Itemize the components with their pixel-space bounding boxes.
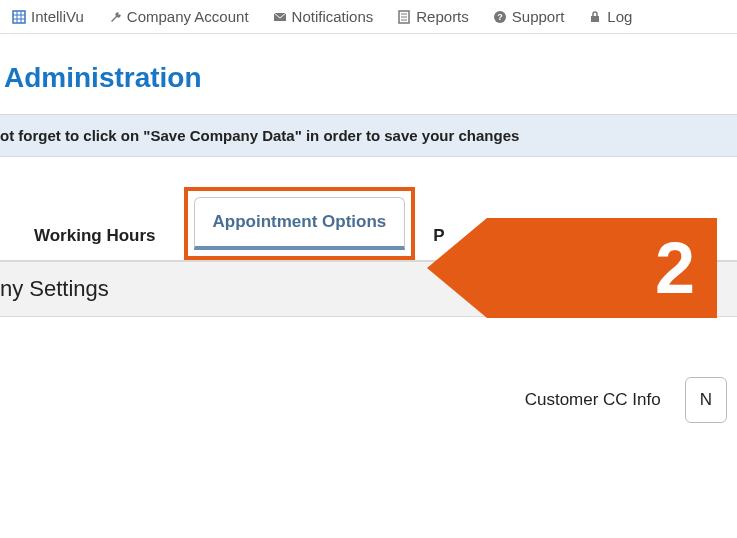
form-row-cc: Customer CC Info N (0, 317, 737, 423)
lock-icon (588, 10, 602, 24)
grid-icon (12, 10, 26, 24)
highlight-box: Appointment Options (184, 187, 416, 260)
warning-bar: ot forget to click on "Save Company Data… (0, 114, 737, 157)
top-nav: IntelliVu Company Account Notifications … (0, 0, 737, 34)
nav-reports[interactable]: Reports (397, 8, 469, 25)
nav-label: Log (607, 8, 632, 25)
question-icon: ? (493, 10, 507, 24)
nav-company-account[interactable]: Company Account (108, 8, 249, 25)
mail-icon (273, 10, 287, 24)
nav-notifications[interactable]: Notifications (273, 8, 374, 25)
tab-appointment-options[interactable]: Appointment Options (194, 197, 406, 250)
nav-label: Support (512, 8, 565, 25)
page-icon (397, 10, 411, 24)
wrench-icon (108, 10, 122, 24)
cc-info-label: Customer CC Info (525, 390, 661, 410)
tab-working-hours[interactable]: Working Hours (14, 212, 176, 260)
nav-label: Reports (416, 8, 469, 25)
cc-info-button[interactable]: N (685, 377, 727, 423)
nav-label: Notifications (292, 8, 374, 25)
nav-label: Company Account (127, 8, 249, 25)
nav-intellivu[interactable]: IntelliVu (12, 8, 84, 25)
svg-text:?: ? (497, 12, 503, 22)
page-title: Administration (0, 34, 737, 114)
callout-arrow: 2 (427, 218, 717, 318)
svg-rect-12 (591, 16, 599, 22)
svg-rect-0 (13, 11, 25, 23)
callout-point (427, 218, 487, 318)
callout-body: 2 (487, 218, 717, 318)
nav-log[interactable]: Log (588, 8, 632, 25)
nav-label: IntelliVu (31, 8, 84, 25)
nav-support[interactable]: ? Support (493, 8, 565, 25)
callout-number: 2 (655, 232, 695, 304)
